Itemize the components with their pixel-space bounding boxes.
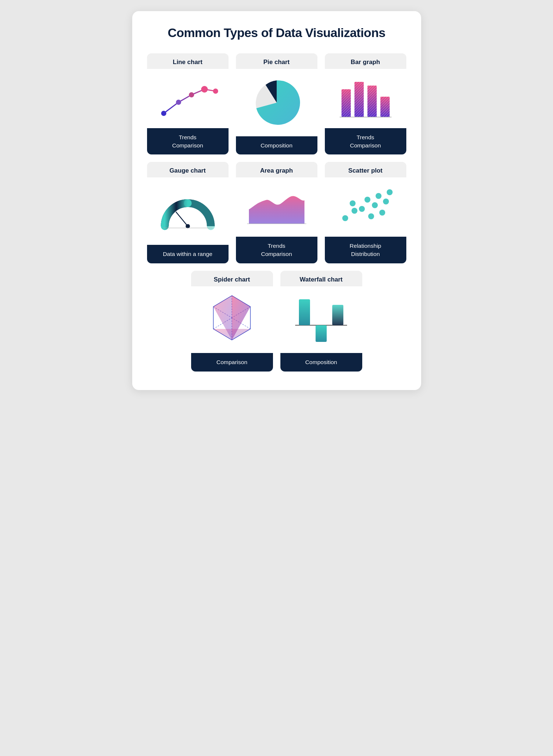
svg-point-26: [383, 199, 389, 204]
scatter-plot-visual: [325, 177, 406, 237]
pie-chart-svg: [251, 77, 303, 129]
pie-chart-label: Composition: [236, 136, 317, 155]
svg-line-15: [176, 212, 188, 226]
line-chart-visual: [147, 69, 229, 128]
svg-point-0: [161, 111, 166, 116]
row3-grid: Spider chart: [191, 271, 362, 372]
svg-rect-11: [367, 86, 377, 117]
svg-rect-39: [316, 325, 327, 342]
svg-point-19: [342, 215, 348, 221]
svg-point-20: [352, 208, 357, 214]
gauge-chart-visual: [147, 177, 229, 245]
svg-point-1: [176, 100, 181, 105]
spider-chart-visual: [191, 286, 273, 353]
waterfall-chart-visual: [280, 286, 362, 353]
waterfall-chart-header: Waterfall chart: [280, 271, 362, 286]
line-chart-card: Line chart: [147, 53, 229, 154]
svg-rect-13: [380, 97, 390, 117]
svg-point-22: [359, 206, 365, 212]
area-graph-svg: [245, 183, 308, 231]
bar-graph-visual: [325, 69, 406, 128]
gauge-chart-svg: [156, 191, 219, 232]
svg-point-2: [189, 92, 194, 97]
svg-point-29: [379, 210, 385, 216]
svg-point-16: [186, 224, 190, 228]
svg-point-25: [376, 193, 382, 199]
waterfall-chart-label: Composition: [280, 353, 362, 372]
area-graph-card: Area graph TrendsC: [236, 162, 317, 263]
svg-point-28: [368, 213, 374, 219]
svg-rect-40: [332, 305, 343, 325]
page-title: Common Types of Data Visualizations: [147, 26, 406, 40]
waterfall-svg: [292, 292, 351, 347]
svg-rect-9: [354, 82, 364, 117]
pie-chart-visual: [236, 69, 317, 136]
spider-chart-card: Spider chart: [191, 271, 273, 372]
bar-graph-header: Bar graph: [325, 53, 406, 69]
line-chart-label: TrendsComparison: [147, 128, 229, 154]
svg-rect-38: [299, 299, 310, 325]
gauge-chart-label: Data within a range: [147, 245, 229, 263]
line-chart-header: Line chart: [147, 53, 229, 69]
gauge-chart-card: Gauge chart: [147, 162, 229, 263]
scatter-plot-label: RelationshipDistribution: [325, 237, 406, 263]
row1-grid: Line chart: [147, 53, 406, 154]
pie-chart-card: Pie chart Composit: [236, 53, 317, 154]
svg-point-21: [350, 200, 356, 206]
spider-chart-header: Spider chart: [191, 271, 273, 286]
spider-chart-label: Comparison: [191, 353, 273, 372]
svg-rect-7: [342, 89, 351, 117]
svg-point-27: [387, 189, 393, 195]
svg-point-24: [372, 202, 378, 208]
svg-point-4: [213, 89, 218, 94]
spider-svg: [202, 290, 261, 349]
gauge-chart-header: Gauge chart: [147, 162, 229, 177]
bar-graph-card: Bar graph: [325, 53, 406, 154]
svg-point-3: [201, 86, 208, 93]
waterfall-chart-card: Waterfall chart: [280, 271, 362, 372]
line-chart-svg: [156, 74, 219, 123]
pie-chart-header: Pie chart: [236, 53, 317, 69]
scatter-plot-header: Scatter plot: [325, 162, 406, 177]
scatter-plot-card: Scatter plot RelationshipDistr: [325, 162, 406, 263]
bar-graph-svg: [336, 74, 395, 123]
row2-grid: Gauge chart: [147, 162, 406, 263]
bar-graph-label: TrendsComparison: [325, 128, 406, 154]
scatter-svg: [334, 183, 397, 231]
area-graph-header: Area graph: [236, 162, 317, 177]
svg-point-23: [364, 197, 370, 203]
area-graph-label: TrendsComparison: [236, 237, 317, 263]
page-container: Common Types of Data Visualizations Line…: [132, 11, 421, 390]
area-graph-visual: [236, 177, 317, 237]
